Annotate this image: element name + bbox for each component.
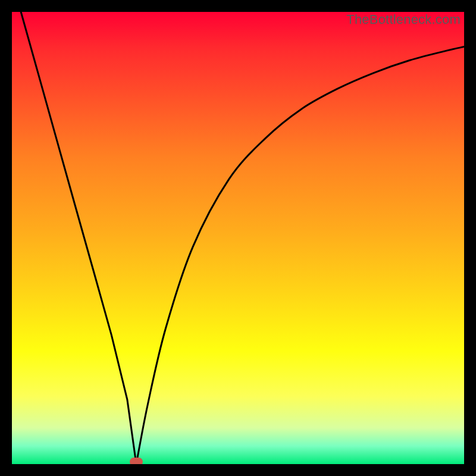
bottleneck-curve — [12, 12, 464, 464]
curve-path — [21, 12, 464, 464]
optimum-marker — [130, 458, 143, 464]
chart-frame: TheBottleneck.com — [0, 0, 476, 476]
plot-area: TheBottleneck.com — [12, 12, 464, 464]
